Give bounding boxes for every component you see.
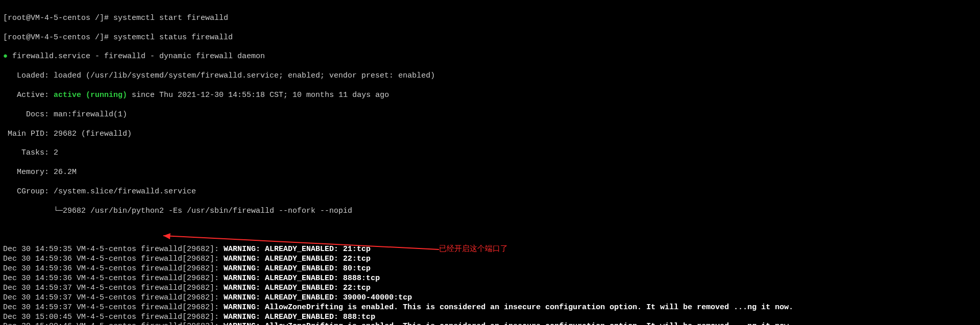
annotation-note: 已经开启这个端口了 (439, 244, 508, 254)
status-pid: Main PID: 29682 (firewalld) (3, 130, 977, 139)
status-cgroup-tree: └─29682 /usr/bin/python2 -Es /usr/sbin/f… (3, 207, 977, 216)
status-active: Active: active (running) since Thu 2021-… (3, 91, 977, 101)
log-line: Dec 30 14:59:37 VM-4-5-centos firewalld[… (3, 293, 977, 303)
log-line: Dec 30 14:59:37 VM-4-5-centos firewalld[… (3, 303, 977, 313)
status-memory: Memory: 26.2M (3, 168, 977, 178)
log-line: Dec 30 14:59:36 VM-4-5-centos firewalld[… (3, 255, 977, 264)
log-line: Dec 30 14:59:36 VM-4-5-centos firewalld[… (3, 274, 977, 284)
log-line: Dec 30 15:00:46 VM-4-5-centos firewalld[… (3, 322, 977, 325)
cmd-line-1: [root@VM-4-5-centos /]# systemctl start … (3, 14, 977, 23)
status-loaded: Loaded: loaded (/usr/lib/systemd/system/… (3, 71, 977, 81)
terminal[interactable]: [root@VM-4-5-centos /]# systemctl start … (0, 0, 980, 325)
log-line: Dec 30 15:00:45 VM-4-5-centos firewalld[… (3, 313, 977, 322)
status-cgroup: CGroup: /system.slice/firewalld.service (3, 187, 977, 197)
status-docs: Docs: man:firewalld(1) (3, 110, 977, 120)
log-line: Dec 30 14:59:36 VM-4-5-centos firewalld[… (3, 264, 977, 274)
status-title: ● firewalld.service - firewalld - dynami… (3, 52, 977, 62)
blank-line (3, 226, 977, 235)
status-tasks: Tasks: 2 (3, 148, 977, 158)
cmd-line-2: [root@VM-4-5-centos /]# systemctl status… (3, 33, 977, 43)
log-block: Dec 30 14:59:35 VM-4-5-centos firewalld[… (3, 245, 977, 325)
log-line: Dec 30 14:59:37 VM-4-5-centos firewalld[… (3, 284, 977, 293)
